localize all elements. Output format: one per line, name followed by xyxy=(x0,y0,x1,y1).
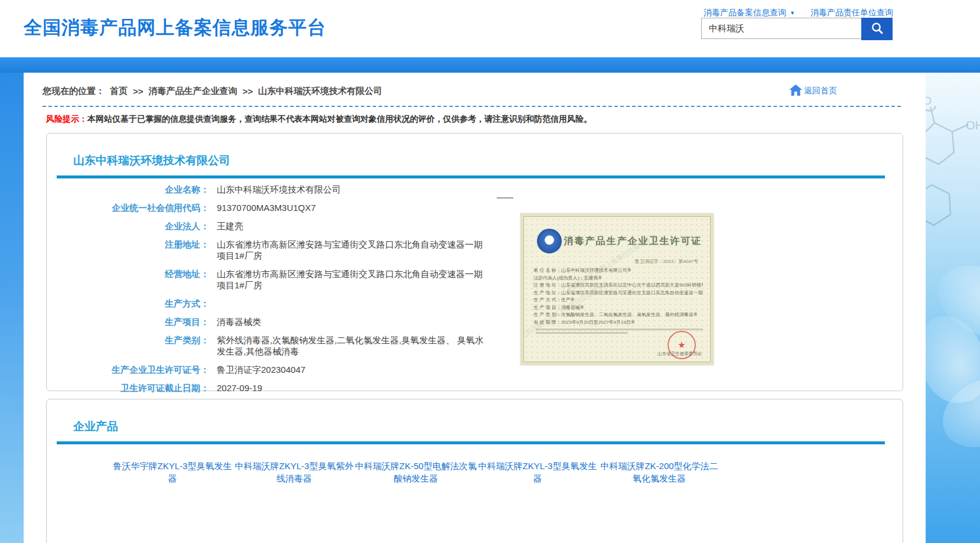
home-icon xyxy=(789,84,802,97)
info-row-company-name: 企业名称： 山东中科瑞沃环境技术有限公司 xyxy=(47,184,903,195)
nav-filing-info-query[interactable]: 消毒产品备案信息查询 ▼ xyxy=(704,8,795,18)
license-certificate-image: 全国消毒产品网上备案信息服务平台 全国消毒产品网上备案信息服务平台 消毒产品生产… xyxy=(520,213,714,365)
info-row-production-mode: 生产方式： xyxy=(47,298,903,309)
molecule-graphic: OH O xyxy=(926,96,980,252)
back-home-label: 返回首页 xyxy=(804,86,837,96)
certificate-emblem-icon xyxy=(537,229,562,253)
company-name-heading: 山东中科瑞沃环境技术有限公司 xyxy=(73,153,903,168)
svg-text:OH: OH xyxy=(966,119,980,132)
info-row-legal-person: 企业法人： 王建亮 xyxy=(47,220,903,232)
background-right-decoration: OH O xyxy=(926,73,980,543)
site-title: 全国消毒产品网上备案信息服务平台 xyxy=(24,15,326,40)
info-row-registered-address: 注册地址： 山东省潍坊市高新区潍安路与宝通街交叉路口东北角自动变速器一期项目1#… xyxy=(47,239,903,261)
breadcrumb: 您现在的位置： 首页 >> 消毒产品生产企业查询 >> 山东中科瑞沃环境技术有限… xyxy=(43,86,382,97)
product-link[interactable]: 中科瑞沃牌ZK-50型电解法次氯酸钠发生器 xyxy=(355,460,477,485)
nav-responsible-unit-query[interactable]: 消毒产品责任单位查询 xyxy=(810,8,893,18)
info-row-license-expiry: 卫生许可证截止日期： 2027-09-19 xyxy=(47,382,903,394)
panel-title-underline xyxy=(57,441,885,444)
top-blue-band xyxy=(0,57,980,73)
certificate-title: 消毒产品生产企业卫生许可证 xyxy=(562,235,704,248)
nav-filing-info-query-label: 消毒产品备案信息查询 xyxy=(704,8,786,18)
product-link[interactable]: 鲁沃华宇牌ZKYL-3型臭氧发生器 xyxy=(112,460,233,485)
breadcrumb-home-link[interactable]: 首页 xyxy=(110,86,128,97)
company-info-panel: 山东中科瑞沃环境技术有限公司 企业名称： 山东中科瑞沃环境技术有限公司 企业统一… xyxy=(46,133,903,391)
breadcrumb-separator: >> xyxy=(133,86,144,96)
products-panel: 企业产品 鲁沃华宇牌ZKYL-3型臭氧发生器 中科瑞沃牌ZKYL-3型臭氧紫外线… xyxy=(46,399,903,543)
info-row-production-category: 生产类别： 紫外线消毒器,次氯酸钠发生器,二氧化氯发生器,臭氧发生器、 臭氧水发… xyxy=(47,334,903,357)
nav-responsible-unit-query-label: 消毒产品责任单位查询 xyxy=(810,8,893,18)
products-heading: 企业产品 xyxy=(73,419,903,434)
info-row-license-number: 生产企业卫生许可证号： 鲁卫消证字202304047 xyxy=(47,364,903,375)
dashed-divider xyxy=(43,106,901,107)
back-home-link[interactable]: 返回首页 xyxy=(789,84,837,97)
risk-notice-text: 本网站仅基于已掌握的信息提供查询服务，查询结果不代表本网站对被查询对象信用状况的… xyxy=(87,114,592,123)
red-seal-icon: ★ xyxy=(668,331,696,359)
top-nav: 消毒产品备案信息查询 ▼ 消毒产品责任单位查询 xyxy=(704,8,893,18)
info-row-business-address: 经营地址： 山东省潍坊市高新区潍安路与宝通街交叉路口东北角自动变速器一期项目1#… xyxy=(47,268,903,291)
site-header: 全国消毒产品网上备案信息服务平台 消毒产品备案信息查询 ▼ 消毒产品责任单位查询 xyxy=(0,0,980,57)
dash-decoration xyxy=(497,197,513,199)
product-list: 鲁沃华宇牌ZKYL-3型臭氧发生器 中科瑞沃牌ZKYL-3型臭氧紫外线消毒器 中… xyxy=(47,460,903,494)
product-link[interactable]: 中科瑞沃牌ZK-200型化学法二氧化氯发生器 xyxy=(598,460,720,485)
info-row-credit-code: 企业统一社会信用代码： 91370700MA3M3U1QX7 xyxy=(47,202,903,213)
company-info-list: 企业名称： 山东中科瑞沃环境技术有限公司 企业统一社会信用代码： 9137070… xyxy=(47,184,903,394)
certificate-number: 鲁卫消证字〔2023〕第4047号 xyxy=(524,258,698,265)
breadcrumb-enterprise-query-link[interactable]: 消毒产品生产企业查询 xyxy=(149,86,237,97)
search-icon xyxy=(870,21,884,37)
chevron-down-icon: ▼ xyxy=(790,10,795,16)
risk-notice-label: 风险提示： xyxy=(46,114,87,123)
breadcrumb-prefix: 您现在的位置： xyxy=(43,86,105,97)
search-button[interactable] xyxy=(861,18,893,40)
breadcrumb-current: 山东中科瑞沃环境技术有限公司 xyxy=(258,86,382,97)
product-link[interactable]: 中科瑞沃牌ZKYL-3型臭氧紫外线消毒器 xyxy=(233,460,355,485)
info-row-production-project: 生产项目： 消毒器械类 xyxy=(47,316,903,327)
search-input[interactable] xyxy=(701,18,861,39)
svg-text:O: O xyxy=(926,96,932,107)
certificate-lines: 单 位 名 称：山东中科瑞沃环境技术有限公司※ 法定代表人(或负责人)：王建亮※… xyxy=(533,267,703,326)
search-bar xyxy=(701,18,893,40)
main-content: 您现在的位置： 首页 >> 消毒产品生产企业查询 >> 山东中科瑞沃环境技术有限… xyxy=(24,73,926,543)
product-link[interactable]: 中科瑞沃牌ZKYL-3型臭氧发生器 xyxy=(477,460,598,485)
panel-title-underline xyxy=(57,175,885,178)
risk-notice: 风险提示：本网站仅基于已掌握的信息提供查询服务，查询结果不代表本网站对被查询对象… xyxy=(46,114,907,125)
breadcrumb-separator: >> xyxy=(243,86,253,96)
background-left-decoration xyxy=(0,73,24,543)
